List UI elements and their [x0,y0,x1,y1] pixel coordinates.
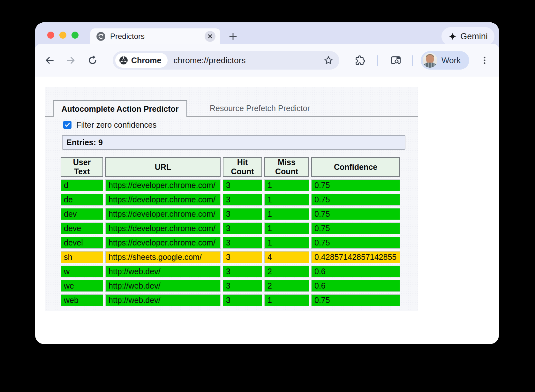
column-header: Confidence [311,157,400,177]
predictors-page: Autocomplete Action Predictor Resource P… [45,87,418,311]
profile-button[interactable]: Work [421,51,469,70]
tab-title: Predictors [110,32,145,41]
chrome-logo-icon [119,56,128,65]
tab-resource-prefetch-predictor[interactable]: Resource Prefetch Predictor [193,100,327,116]
cell-hit_count: 3 [223,208,262,220]
cell-url: https://developer.chrome.com/ [105,237,221,249]
plus-icon [228,32,238,41]
cell-hit_count: 3 [223,280,262,292]
cell-confidence: 0.75 [311,294,400,306]
cell-url: https://developer.chrome.com/ [105,179,221,191]
table-row: dhttps://developer.chrome.com/310.75 [61,179,400,191]
profile-name: Work [441,56,461,65]
reload-icon [87,55,98,66]
traffic-light-close-button[interactable] [47,32,54,39]
bookmark-button[interactable] [323,55,334,65]
cell-url: https://developer.chrome.com/ [105,208,221,220]
cell-hit_count: 3 [223,179,262,191]
cell-miss_count: 1 [264,222,309,234]
toolbar: Chrome chrome://predictors [35,44,499,77]
cell-miss_count: 2 [264,280,309,292]
column-header: Miss Count [264,157,309,177]
bookmark-star-icon [323,55,334,65]
tab-autocomplete-action-predictor[interactable]: Autocomplete Action Predictor [53,100,187,117]
side-panel-search-icon [390,55,402,66]
forward-arrow-icon [65,55,76,66]
reload-button[interactable] [86,44,100,77]
table-body: dhttps://developer.chrome.com/310.75deht… [61,179,400,306]
column-header: Hit Count [223,157,262,177]
cell-url: https://sheets.google.com/ [105,251,221,263]
table-row: wehttp://web.dev/320.6 [61,280,400,292]
gemini-label: Gemini [460,32,488,41]
cell-user_text: sh [61,251,103,263]
table-row: devehttps://developer.chrome.com/310.75 [61,222,400,234]
cell-confidence: 0.75 [311,208,400,220]
cell-user_text: dev [61,208,103,220]
close-icon [207,34,213,39]
cell-url: https://developer.chrome.com/ [105,222,221,234]
extensions-puzzle-icon [355,55,365,66]
cell-url: https://developer.chrome.com/ [105,194,221,206]
cell-user_text: web [61,294,103,306]
browser-header: Predictors Gemini [35,22,499,77]
cell-user_text: devel [61,237,103,249]
column-header: URL [105,157,221,177]
table-row: dehttps://developer.chrome.com/310.75 [61,194,400,206]
cell-hit_count: 3 [223,237,262,249]
cell-miss_count: 4 [264,251,309,263]
cell-user_text: d [61,179,103,191]
address-bar[interactable]: Chrome chrome://predictors [113,51,339,70]
cell-url: http://web.dev/ [105,266,221,277]
toolbar-divider [377,55,378,66]
cell-hit_count: 3 [223,194,262,206]
cell-url: http://web.dev/ [105,294,221,306]
browser-tab-predictors[interactable]: Predictors [90,28,220,44]
cell-hit_count: 3 [223,294,262,306]
predictors-table: User TextURLHit CountMiss CountConfidenc… [58,155,402,309]
column-header: User Text [61,157,103,177]
chip-label: Chrome [131,56,161,65]
new-tab-button[interactable] [228,31,238,42]
traffic-light-zoom-button[interactable] [72,32,79,39]
back-arrow-icon [44,55,55,66]
menu-button[interactable] [478,44,492,77]
cell-hit_count: 3 [223,222,262,234]
checkmark-icon [64,122,71,128]
cell-miss_count: 1 [264,179,309,191]
browser-window: Predictors Gemini [35,22,499,344]
back-button[interactable] [42,44,57,77]
cell-confidence: 0.6 [311,280,400,292]
extensions-button[interactable] [353,44,367,77]
entries-count-box: Entries: 9 [62,135,405,150]
table-row: webhttp://web.dev/310.75 [61,294,400,306]
forward-button[interactable] [64,44,78,77]
gemini-button[interactable]: Gemini [441,27,494,46]
table-row: develhttps://developer.chrome.com/310.75 [61,237,400,249]
globe-favicon-icon [96,32,106,41]
side-panel-search-button[interactable] [389,44,403,77]
avatar [423,53,437,68]
filter-zero-confidences-checkbox[interactable] [63,121,72,129]
filter-label[interactable]: Filter zero confidences [76,120,157,130]
cell-confidence: 0.42857142857142855 [311,251,400,263]
toolbar-divider [412,55,413,66]
gemini-spark-icon [448,32,457,41]
table-row: whttp://web.dev/320.6 [61,266,400,277]
cell-miss_count: 1 [264,294,309,306]
cell-hit_count: 3 [223,266,262,277]
url-text[interactable]: chrome://predictors [173,56,245,65]
table-row: devhttps://developer.chrome.com/310.75 [61,208,400,220]
table-header-row: User TextURLHit CountMiss CountConfidenc… [61,157,400,177]
traffic-light-minimize-button[interactable] [59,32,66,39]
cell-url: http://web.dev/ [105,280,221,292]
cell-user_text: deve [61,222,103,234]
filter-row: Filter zero confidences [63,120,157,130]
cell-user_text: w [61,266,103,277]
cell-user_text: we [61,280,103,292]
cell-confidence: 0.75 [311,237,400,249]
tab-close-button[interactable] [205,31,215,42]
chrome-chip[interactable]: Chrome [115,53,168,68]
cell-hit_count: 3 [223,251,262,263]
cell-miss_count: 1 [264,194,309,206]
